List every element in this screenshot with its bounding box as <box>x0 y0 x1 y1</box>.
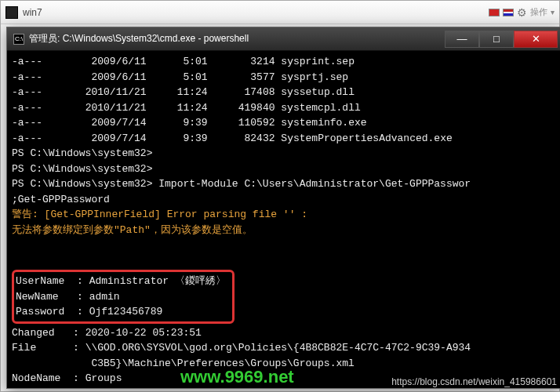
credentials-box: UserName : Administrator 〈鍐呯綉〉 NewName :… <box>12 270 235 324</box>
prompt-line: PS C:\Windows\system32> <box>12 163 152 175</box>
prompt-line: PS C:\Windows\system32> <box>12 147 152 159</box>
terminal-output[interactable]: -a--- 2009/6/11 5:01 3214 sysprint.sep -… <box>7 51 560 388</box>
chevron-down-icon[interactable]: ▾ <box>551 8 555 16</box>
result-line: Cpassword : dyWsIUGhfPm7RGGzYLz+Y9f8mTi+… <box>12 388 342 389</box>
flag-us-icon[interactable] <box>503 9 514 16</box>
outer-title: win7 <box>23 7 489 18</box>
maximize-button[interactable]: □ <box>479 31 514 48</box>
file-row: -a--- 2009/7/14 9:39 82432 SystemPropert… <box>12 132 453 144</box>
result-line: NodeName : Groups <box>12 372 122 384</box>
warning-line: 无法将参数绑定到参数"Path"，因为该参数是空值。 <box>12 224 253 236</box>
cmd-window: C:\ 管理员: C:\Windows\System32\cmd.exe - p… <box>6 27 560 389</box>
file-row: -a--- 2010/11/21 11:24 17408 syssetup.dl… <box>12 86 355 98</box>
flag-cn-icon[interactable] <box>489 9 500 16</box>
cmd-icon: C:\ <box>13 34 24 45</box>
watermark-9969: www.9969.net <box>180 367 294 387</box>
file-row: -a--- 2009/7/14 9:39 110592 systeminfo.e… <box>12 117 367 129</box>
prompt-line: ;Get-GPPPassword <box>12 194 110 205</box>
outer-titlebar[interactable]: win7 ⚙ 操作 ▾ <box>1 1 559 24</box>
cmd-title: 管理员: C:\Windows\System32\cmd.exe - power… <box>29 32 445 45</box>
prompt-line: PS C:\Windows\system32> Import-Module C:… <box>12 178 471 190</box>
file-row: -a--- 2009/6/11 5:01 3214 sysprint.sep <box>12 56 355 67</box>
window-icon <box>5 6 18 19</box>
watermark-csdn: https://blog.csdn.net/weixin_415986601 <box>391 376 557 387</box>
close-button[interactable]: ✕ <box>514 31 558 48</box>
outer-toolbar: ⚙ 操作 ▾ <box>489 6 555 19</box>
result-line: Changed : 2020-10-22 05:23:51 <box>12 327 202 339</box>
result-line: File : \\GOD.ORG\SYSVOL\god.org\Policies… <box>12 342 471 354</box>
cmd-titlebar[interactable]: C:\ 管理员: C:\Windows\System32\cmd.exe - p… <box>7 27 560 51</box>
file-row: -a--- 2009/6/11 5:01 3577 sysprtj.sep <box>12 71 348 83</box>
warning-line: 警告: [Get-GPPInnerField] Error parsing fi… <box>12 209 307 220</box>
minimize-button[interactable]: — <box>445 31 479 48</box>
file-row: -a--- 2010/11/21 11:24 419840 systemcpl.… <box>12 102 361 114</box>
gear-icon[interactable]: ⚙ <box>517 6 527 19</box>
ops-label[interactable]: 操作 <box>530 6 547 18</box>
